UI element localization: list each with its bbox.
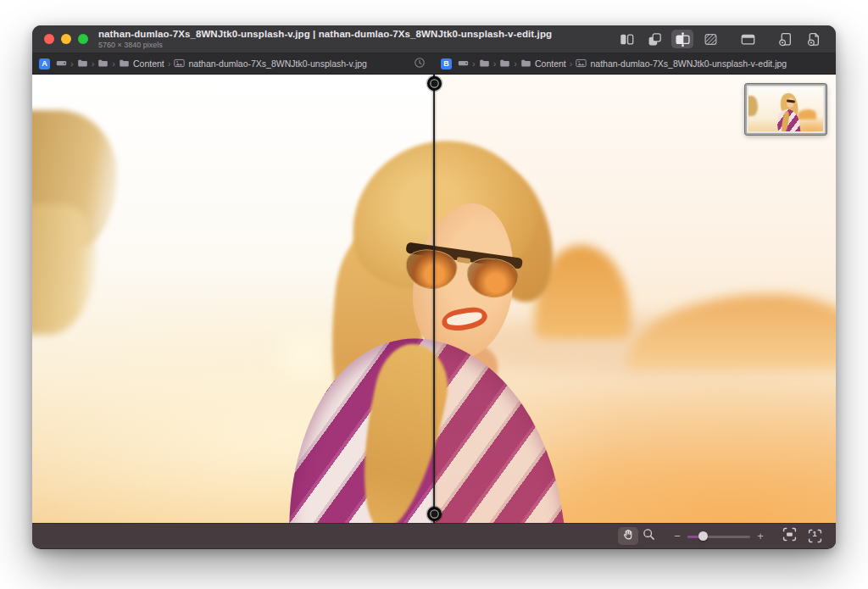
title-bar: nathan-dumlao-7Xs_8WNJtk0-unsplash-v.jpg…: [32, 25, 836, 53]
chevron-icon: ›: [514, 58, 517, 69]
folder-icon: [520, 58, 531, 70]
image-file-icon: [174, 58, 185, 70]
split-handle-top[interactable]: [427, 76, 442, 91]
image-dimensions: 5760 × 3840 pixels: [98, 42, 552, 50]
breadcrumb-folder-b1[interactable]: [479, 58, 490, 70]
history-button[interactable]: [412, 55, 427, 72]
document-badge-a-button[interactable]: [774, 30, 796, 48]
drive-icon: [458, 58, 469, 70]
breadcrumb-folder-content-b[interactable]: Content: [520, 58, 566, 70]
compare-canvas[interactable]: [32, 75, 836, 523]
navigator-preview: [748, 87, 823, 131]
path-a: A › › › Content › nathan-dumlao-7Xs_8WNJ…: [32, 55, 434, 72]
window-title: nathan-dumlao-7Xs_8WNJtk0-unsplash-v.jpg…: [98, 29, 552, 40]
folder-icon: [479, 58, 490, 70]
chevron-icon: ›: [92, 58, 95, 69]
navigator-thumbnail[interactable]: [745, 84, 826, 135]
file-label-b: nathan-dumlao-7Xs_8WNJtk0-unsplash-v-edi…: [590, 58, 787, 69]
difference-view-button[interactable]: [699, 30, 721, 48]
zoom-control: − +: [672, 531, 765, 542]
two-up-view-button[interactable]: [615, 30, 637, 48]
chevron-icon: ›: [570, 58, 573, 69]
minimize-button[interactable]: [61, 34, 71, 44]
breadcrumb-drive-a[interactable]: [56, 58, 67, 70]
breadcrumb-folder-content-a[interactable]: Content: [119, 58, 164, 70]
actual-size-button[interactable]: 1: [804, 527, 825, 545]
folder-label: Content: [535, 58, 566, 69]
path-bar: A › › › Content › nathan-dumlao-7Xs_8WNJ…: [32, 53, 836, 75]
fit-controls: 1: [779, 527, 825, 545]
title-block: nathan-dumlao-7Xs_8WNJtk0-unsplash-v.jpg…: [98, 29, 552, 50]
folder-icon: [97, 58, 108, 70]
document-badge-b-button[interactable]: [802, 30, 824, 48]
toolbar: [609, 30, 824, 48]
document-badge-b-icon: [806, 32, 821, 47]
chevron-icon: ›: [493, 58, 497, 69]
zoom-slider-thumb[interactable]: [698, 531, 708, 541]
magnifier-icon: [643, 528, 655, 544]
document-badge-a-icon: [778, 32, 793, 47]
hand-tool-button[interactable]: [618, 527, 638, 545]
chevron-icon: ›: [70, 58, 74, 69]
chevron-icon: ›: [472, 58, 476, 69]
photo-edit-tint-b: [434, 75, 836, 523]
traffic-lights: [44, 34, 88, 44]
folder-icon: [77, 58, 88, 70]
status-bar: − + 1: [32, 523, 836, 548]
badge-b: B: [441, 58, 452, 69]
breadcrumb-folder-a2[interactable]: [97, 58, 108, 70]
split-handle-bottom[interactable]: [427, 507, 442, 521]
two-up-view-icon: [620, 32, 634, 47]
zoom-window-button[interactable]: [78, 34, 88, 44]
split-divider[interactable]: [433, 75, 435, 523]
breadcrumb-file-b[interactable]: nathan-dumlao-7Xs_8WNJtk0-unsplash-v-edi…: [576, 58, 787, 70]
history-icon: [414, 57, 426, 70]
zoom-in-button[interactable]: +: [755, 531, 765, 542]
actual-size-label: 1: [808, 530, 822, 538]
breadcrumb-folder-a1[interactable]: [77, 58, 88, 70]
image-file-icon: [576, 58, 587, 70]
fit-screen-icon: [782, 527, 797, 545]
folder-label: Content: [133, 58, 164, 69]
zoom-tool-button[interactable]: [638, 527, 659, 545]
close-button[interactable]: [44, 34, 54, 44]
window-mode-button[interactable]: [737, 30, 759, 48]
difference-view-icon: [704, 32, 718, 47]
overlay-view-button[interactable]: [643, 30, 665, 48]
breadcrumb-drive-b[interactable]: [458, 58, 469, 70]
hand-tool-icon: [621, 528, 635, 545]
actual-size-icon: 1: [808, 529, 822, 543]
breadcrumb-file-a[interactable]: nathan-dumlao-7Xs_8WNJtk0-unsplash-v.jpg: [174, 58, 367, 70]
drive-icon: [56, 58, 67, 70]
zoom-out-button[interactable]: −: [672, 531, 682, 542]
chevron-icon: ›: [168, 58, 171, 69]
zoom-slider[interactable]: [687, 531, 750, 542]
file-label-a: nathan-dumlao-7Xs_8WNJtk0-unsplash-v.jpg: [188, 58, 367, 69]
chevron-icon: ›: [112, 58, 115, 69]
folder-icon: [499, 58, 510, 70]
folder-icon: [119, 58, 130, 70]
breadcrumb-folder-b2[interactable]: [499, 58, 510, 70]
app-window: nathan-dumlao-7Xs_8WNJtk0-unsplash-v.jpg…: [32, 25, 836, 549]
badge-a: A: [39, 58, 50, 69]
split-view-icon: [676, 32, 690, 47]
overlay-view-icon: [648, 32, 662, 47]
path-b: B › › › Content › nathan-dumlao-7Xs_8WNJ…: [434, 58, 836, 70]
split-view-button[interactable]: [671, 30, 693, 48]
fit-screen-button[interactable]: [779, 527, 799, 545]
window-mode-icon: [741, 32, 755, 47]
